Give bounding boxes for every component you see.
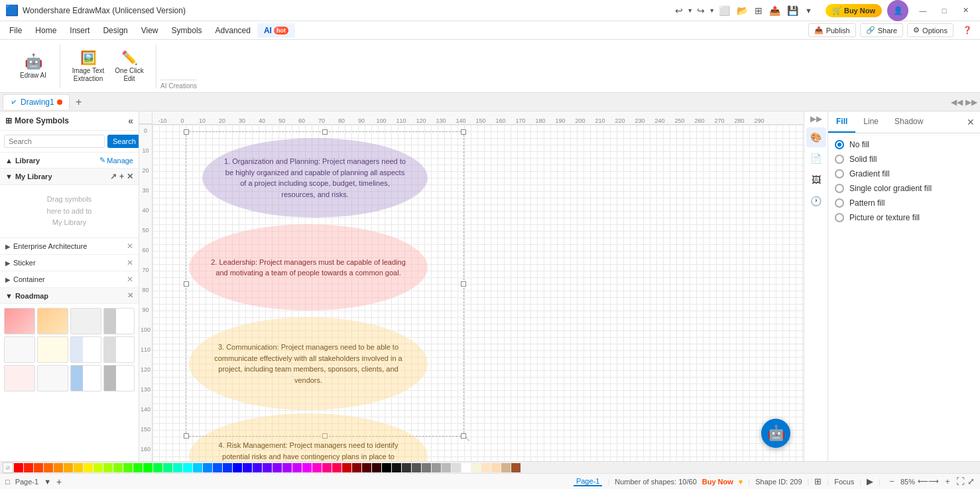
help-button[interactable]: ❓	[957, 24, 977, 36]
menu-advanced[interactable]: Advanced	[209, 23, 257, 38]
color-swatch[interactable]	[113, 463, 123, 472]
color-swatch[interactable]	[302, 463, 312, 472]
color-swatch[interactable]	[273, 463, 282, 472]
expand-panel-right[interactable]: ▶▶	[965, 98, 977, 107]
roadmap-thumb-8[interactable]	[103, 336, 135, 363]
color-swatch[interactable]	[422, 463, 431, 472]
roadmap-thumb-12[interactable]	[103, 365, 135, 391]
open-btn[interactable]: 📂	[734, 4, 751, 17]
color-swatch[interactable]	[193, 463, 202, 472]
user-avatar[interactable]: 👤	[887, 0, 908, 21]
page-dropdown-btn[interactable]: ▼	[44, 478, 51, 486]
panel-close-button[interactable]: ✕	[961, 114, 980, 130]
add-page-btn[interactable]: +	[56, 476, 62, 487]
color-swatch[interactable]	[34, 463, 43, 472]
color-swatch[interactable]	[74, 463, 83, 472]
fill-option-gradient[interactable]: Gradient fill	[835, 169, 973, 178]
color-swatch[interactable]	[213, 463, 222, 472]
color-swatch[interactable]	[143, 463, 153, 472]
menu-insert[interactable]: Insert	[63, 23, 96, 38]
menu-file[interactable]: File	[3, 23, 29, 38]
my-library-add-btn[interactable]: +	[119, 172, 124, 181]
roadmap-thumb-9[interactable]	[4, 365, 35, 391]
my-library-expand-icon[interactable]: ▼	[5, 173, 13, 180]
color-swatch[interactable]	[402, 463, 411, 472]
undo-btn[interactable]: ↩	[672, 4, 686, 17]
document-tool-button[interactable]: 📄	[806, 149, 826, 169]
fill-option-none[interactable]: No fill	[835, 140, 973, 149]
menu-view[interactable]: View	[135, 23, 165, 38]
color-swatch[interactable]	[312, 463, 322, 472]
shape-bubble-1[interactable]: 1. Organization and Planning: Project ma…	[202, 138, 428, 218]
layers-btn[interactable]: ⊞	[814, 476, 822, 486]
color-swatch[interactable]	[84, 463, 93, 472]
color-swatch[interactable]	[352, 463, 361, 472]
maximize-button[interactable]: □	[935, 4, 953, 17]
category-sticker[interactable]: ▶ Sticker ✕	[0, 255, 139, 271]
color-swatch[interactable]	[93, 463, 103, 472]
close-container-btn[interactable]: ✕	[127, 275, 133, 284]
shape-bubble-3[interactable]: 3. Communication: Project managers need …	[189, 317, 428, 410]
image-text-extraction-button[interactable]: 🖼️ Image Text Extraction	[68, 44, 108, 88]
roadmap-thumb-6[interactable]	[37, 336, 68, 363]
roadmap-header[interactable]: ▼ Roadmap ✕	[0, 288, 139, 304]
color-swatch[interactable]	[362, 463, 371, 472]
fill-option-picture[interactable]: Picture or texture fill	[835, 213, 973, 222]
export-btn[interactable]: 📤	[766, 4, 783, 17]
history-tool-button[interactable]: 🕐	[806, 191, 826, 211]
color-swatch[interactable]	[263, 463, 272, 472]
category-enterprise[interactable]: ▶ Enterprise Architecture ✕	[0, 238, 139, 255]
layout-btn[interactable]: ⊞	[752, 4, 765, 17]
expand-icon[interactable]: ▶▶	[810, 114, 822, 123]
publish-button[interactable]: 📤 Publish	[808, 23, 856, 37]
no-color-swatch[interactable]: ⊘	[3, 462, 13, 473]
color-swatch[interactable]	[243, 463, 252, 472]
color-swatch[interactable]	[64, 463, 73, 472]
buy-now-link[interactable]: Buy Now	[702, 478, 733, 486]
color-swatch[interactable]	[54, 463, 63, 472]
color-swatch[interactable]	[322, 463, 332, 472]
roadmap-thumb-5[interactable]	[4, 336, 35, 363]
redo-dropdown[interactable]: ▼	[709, 7, 715, 14]
tab-shadow[interactable]: Shadow	[887, 111, 931, 133]
roadmap-thumb-11[interactable]	[70, 365, 101, 391]
menu-design[interactable]: Design	[96, 23, 134, 38]
color-swatch[interactable]	[392, 463, 401, 472]
add-tab-button[interactable]: +	[71, 94, 87, 110]
fill-option-solid[interactable]: Solid fill	[835, 155, 973, 164]
menu-home[interactable]: Home	[29, 23, 63, 38]
current-page-tab[interactable]: Page-1	[574, 477, 602, 486]
tab-fill[interactable]: Fill	[828, 111, 855, 133]
color-swatch[interactable]	[491, 463, 501, 472]
minimize-button[interactable]: —	[914, 4, 932, 17]
shape-bubble-2[interactable]: 2. Leadership: Project managers must be …	[189, 224, 428, 311]
color-swatch[interactable]	[153, 463, 162, 472]
fit-page-btn[interactable]: ⛶	[956, 476, 965, 486]
manage-link[interactable]: ✎ Manage	[99, 156, 133, 165]
menu-ai[interactable]: AI hot	[257, 23, 295, 38]
color-swatch[interactable]	[372, 463, 381, 472]
drawing-tab[interactable]: 🗸 Drawing1	[3, 94, 70, 109]
buy-now-button[interactable]: 🛒 Buy Now	[826, 4, 882, 17]
one-click-edit-button[interactable]: ✏️ One Click Edit	[109, 44, 149, 88]
color-swatch[interactable]	[173, 463, 182, 472]
color-swatch[interactable]	[461, 463, 471, 472]
color-swatch[interactable]	[511, 463, 521, 472]
color-swatch[interactable]	[501, 463, 511, 472]
undo-dropdown[interactable]: ▼	[687, 7, 693, 14]
roadmap-thumb-10[interactable]	[37, 365, 68, 391]
zoom-in-btn[interactable]: +	[942, 476, 953, 488]
color-swatch[interactable]	[233, 463, 242, 472]
color-swatch[interactable]	[123, 463, 133, 472]
roadmap-thumb-7[interactable]	[70, 336, 101, 363]
my-library-close-btn[interactable]: ✕	[127, 172, 133, 181]
focus-label[interactable]: Focus	[834, 478, 854, 486]
options-button[interactable]: ⚙ Options	[907, 23, 953, 37]
sidebar-collapse-button[interactable]: «	[128, 115, 133, 126]
color-swatch[interactable]	[163, 463, 172, 472]
fill-option-pattern[interactable]: Pattern fill	[835, 198, 973, 208]
my-library-export-btn[interactable]: ↗	[110, 172, 117, 181]
color-swatch[interactable]	[452, 463, 461, 472]
menu-symbols[interactable]: Symbols	[165, 23, 209, 38]
fill-option-single-gradient[interactable]: Single color gradient fill	[835, 184, 973, 193]
